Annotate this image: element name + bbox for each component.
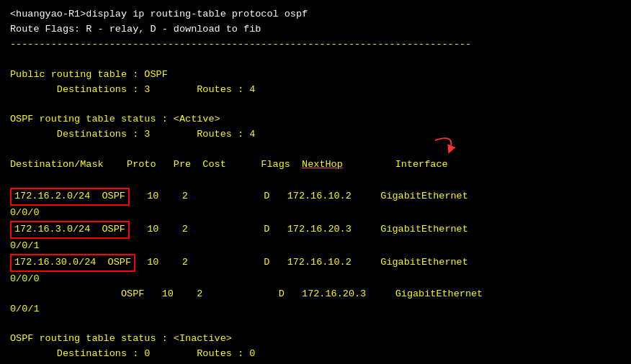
terminal-window: <huangyao-R1>display ip routing-table pr… [10, 7, 621, 357]
line-col-header: Destination/Mask Proto Pre Cost Flags Ne… [10, 158, 621, 173]
blank4 [10, 173, 621, 188]
line-route-flags: Route Flags: R - relay, D - download to … [10, 22, 621, 37]
row1-dest-box: 172.16.2.0/24 OSPF [10, 188, 130, 206]
line-row4-cont: 0/0/1 [10, 302, 621, 317]
row2-dest-box: 172.16.3.0/24 OSPF [10, 221, 130, 239]
line-row4: OSPF 10 2 D 172.16.20.3 GigabitEthernet [10, 287, 621, 302]
row3-dest-box: 172.16.30.0/24 OSPF [10, 254, 135, 272]
blank5 [10, 317, 621, 332]
line-row1: 172.16.2.0/24 OSPF 10 2 D 172.16.10.2 Gi… [10, 188, 621, 206]
line-row2: 172.16.3.0/24 OSPF 10 2 D 172.16.20.3 Gi… [10, 221, 621, 239]
line-row2-cont: 0/0/1 [10, 239, 621, 254]
line-command: <huangyao-R1>display ip routing-table pr… [10, 7, 621, 22]
nexthop-header: NextHop [302, 159, 343, 170]
line-row3: 172.16.30.0/24 OSPF 10 2 D 172.16.10.2 G… [10, 254, 621, 272]
blank1 [10, 53, 621, 68]
line-row1-cont: 0/0/0 [10, 206, 621, 221]
line-ospf-active-dest: Destinations : 3 Routes : 4 [10, 127, 621, 142]
blank3 [10, 142, 621, 158]
line-row3-cont: 0/0/0 [10, 272, 621, 287]
line-public-header: Public routing table : OSPF [10, 68, 621, 83]
blank2 [10, 98, 621, 113]
line-separator: ----------------------------------------… [10, 37, 621, 53]
line-public-dest: Destinations : 3 Routes : 4 [10, 83, 621, 98]
line-ospf-inactive-dest: Destinations : 0 Routes : 0 [10, 347, 621, 362]
line-ospf-inactive-header: OSPF routing table status : <Inactive> [10, 332, 621, 347]
line-ospf-active-header: OSPF routing table status : <Active> [10, 112, 621, 127]
